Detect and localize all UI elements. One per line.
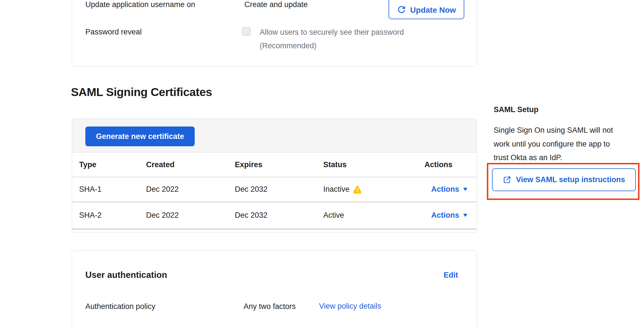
actions-dropdown-label: Actions — [431, 185, 459, 194]
cert-created-cell: Dec 2022 — [139, 177, 228, 202]
view-saml-setup-instructions-label: View SAML setup instructions — [516, 175, 625, 184]
cert-actions-cell: Actions — [417, 202, 477, 229]
table-row: SHA-2 Dec 2022 Dec 2032 Active Actions — [72, 202, 477, 229]
update-now-button[interactable]: Update Now — [389, 0, 464, 19]
status-text: Active — [323, 211, 344, 220]
cert-type-cell: SHA-2 — [72, 202, 139, 229]
column-header-type: Type — [72, 153, 139, 177]
edit-link[interactable]: Edit — [444, 271, 458, 280]
password-reveal-label: Password reveal — [85, 27, 142, 36]
user-authentication-card — [72, 250, 477, 327]
warning-icon — [353, 185, 362, 194]
update-username-value: Create and update — [244, 0, 308, 9]
authentication-policy-value: Any two factors — [244, 302, 296, 311]
refresh-icon — [397, 5, 406, 15]
update-now-label: Update Now — [410, 6, 456, 15]
cert-expires-cell: Dec 2032 — [228, 202, 316, 229]
generate-certificate-button[interactable]: Generate new certificate — [85, 127, 195, 146]
external-link-icon — [503, 176, 511, 184]
column-header-created: Created — [139, 153, 228, 177]
app-settings-page: Update application username on Create an… — [0, 0, 644, 327]
password-reveal-description-line1: Allow users to securely see their passwo… — [260, 28, 404, 37]
chevron-down-icon — [463, 214, 467, 217]
status-text: Inactive — [323, 185, 350, 194]
password-reveal-description-line2: (Recommended) — [260, 41, 316, 50]
certificates-table: Type Created Expires Status Actions SHA-… — [72, 153, 477, 230]
cert-actions-cell: Actions — [417, 177, 477, 202]
actions-dropdown[interactable]: Actions — [431, 185, 467, 194]
saml-setup-description: Single Sign On using SAML will not work … — [494, 123, 629, 165]
view-saml-setup-instructions-button[interactable]: View SAML setup instructions — [492, 168, 636, 191]
cert-status-cell: Inactive — [316, 177, 417, 202]
table-row: SHA-1 Dec 2022 Dec 2032 Inactive — [72, 177, 477, 202]
saml-setup-description-line: trust Okta as an IdP. — [494, 151, 629, 165]
password-reveal-checkbox[interactable] — [242, 27, 251, 36]
authentication-policy-label: Authentication policy — [85, 302, 155, 311]
column-header-actions: Actions — [417, 153, 477, 177]
cert-created-cell: Dec 2022 — [139, 202, 228, 229]
cert-expires-cell: Dec 2032 — [228, 177, 316, 202]
saml-setup-description-line: work until you configure the app to — [494, 137, 629, 151]
view-policy-details-link[interactable]: View policy details — [319, 302, 381, 311]
actions-dropdown[interactable]: Actions — [431, 211, 467, 220]
saml-setup-description-line: Single Sign On using SAML will not — [494, 123, 629, 137]
table-header-row: Type Created Expires Status Actions — [72, 153, 477, 177]
column-header-status: Status — [316, 153, 417, 177]
update-username-label: Update application username on — [85, 0, 195, 9]
cert-status-cell: Active — [316, 202, 417, 229]
saml-setup-heading: SAML Setup — [494, 105, 539, 114]
column-header-expires: Expires — [228, 153, 316, 177]
page-title: SAML Signing Certificates — [71, 86, 212, 99]
chevron-down-icon — [463, 188, 467, 191]
user-authentication-heading: User authentication — [85, 270, 167, 280]
cert-type-cell: SHA-1 — [72, 177, 139, 202]
actions-dropdown-label: Actions — [431, 211, 459, 220]
